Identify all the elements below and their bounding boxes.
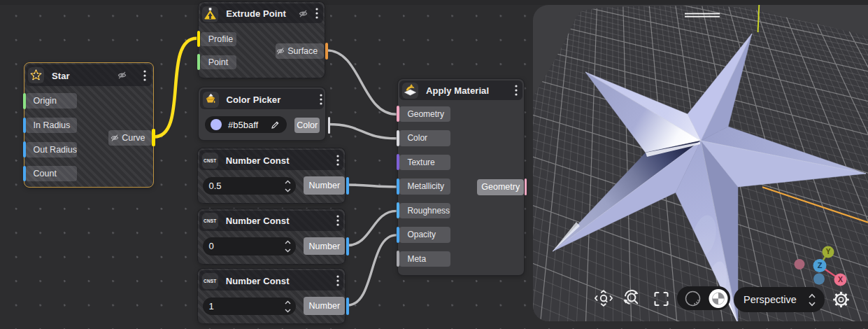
svg-text:Z: Z	[818, 261, 823, 270]
svg-text:X: X	[838, 275, 843, 284]
svg-text:Y: Y	[826, 248, 831, 255]
svg-text:Perspective: Perspective	[744, 294, 797, 305]
